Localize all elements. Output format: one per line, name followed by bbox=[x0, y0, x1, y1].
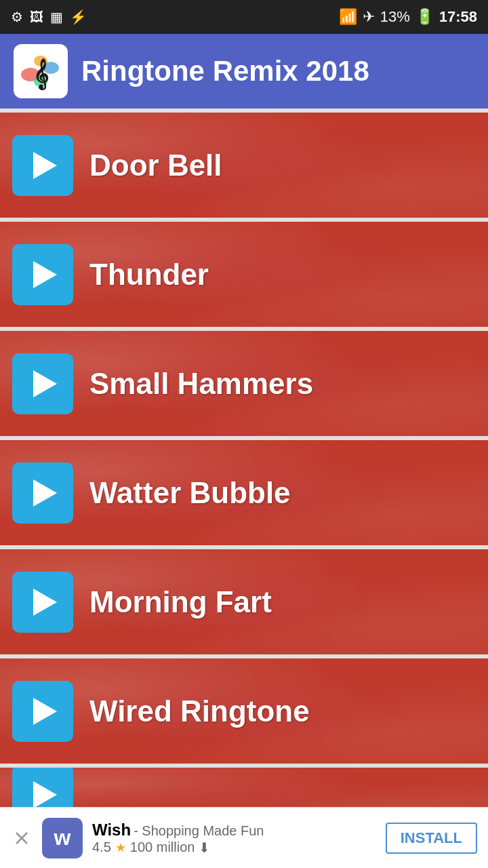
svg-text:𝄞: 𝄞 bbox=[33, 58, 49, 91]
bars-icon: ▦ bbox=[50, 9, 63, 25]
ad-tagline: - Shopping Made Fun bbox=[134, 823, 264, 839]
status-time: 17:58 bbox=[439, 8, 477, 26]
ringtone-item-6[interactable]: Wired Ringtone bbox=[0, 658, 488, 764]
ringtone-item-5[interactable]: Morning Fart bbox=[0, 549, 488, 654]
ad-stars-icon: ★ bbox=[115, 840, 126, 855]
ringtone-name-5: Morning Fart bbox=[89, 585, 272, 619]
ringtone-name-1: Door Bell bbox=[89, 149, 222, 182]
ringtone-list: Door Bell Thunder Small Hammers Watter B… bbox=[0, 108, 488, 826]
airplane-icon: ✈ bbox=[363, 8, 375, 26]
app-header: 𝄞 Ringtone Remix 2018 bbox=[0, 34, 488, 108]
battery-percent: 13% bbox=[380, 8, 410, 26]
ad-app-name: Wish bbox=[92, 821, 131, 840]
ringtone-name-4: Watter Bubble bbox=[89, 476, 291, 510]
ringtone-item-4[interactable]: Watter Bubble bbox=[0, 440, 488, 545]
ad-rating: 4.5 bbox=[92, 840, 111, 855]
status-bar: ⚙ 🖼 ▦ ⚡ 📶 ✈ 13% 🔋 17:58 bbox=[0, 0, 488, 34]
close-icon bbox=[14, 830, 30, 846]
app-title: Ringtone Remix 2018 bbox=[81, 55, 369, 87]
status-left-icons: ⚙ 🖼 ▦ ⚡ bbox=[11, 9, 87, 25]
settings-icon: ⚙ bbox=[11, 9, 23, 25]
play-button-4[interactable] bbox=[12, 462, 73, 524]
ad-app-logo: w bbox=[42, 818, 83, 859]
battery-icon: 🔋 bbox=[415, 8, 434, 26]
ad-install-button[interactable]: INSTALL bbox=[386, 823, 477, 854]
ad-download-icon: ⬇ bbox=[199, 840, 210, 856]
play-button-1[interactable] bbox=[12, 135, 73, 196]
play-button-2[interactable] bbox=[12, 244, 73, 305]
image-icon: 🖼 bbox=[30, 9, 43, 25]
app-logo-svg: 𝄞 bbox=[17, 47, 64, 95]
play-button-6[interactable] bbox=[12, 681, 73, 742]
play-button-5[interactable] bbox=[12, 572, 73, 633]
ad-logo-letter: w bbox=[54, 825, 71, 850]
ringtone-name-6: Wired Ringtone bbox=[89, 694, 310, 728]
ad-stats: 4.5 ★ 100 million ⬇ bbox=[92, 840, 376, 856]
ringtone-name-3: Small Hammers bbox=[89, 367, 313, 401]
wifi-icon: 📶 bbox=[339, 8, 357, 26]
play-button-3[interactable] bbox=[12, 353, 73, 414]
status-right-icons: 📶 ✈ 13% 🔋 17:58 bbox=[339, 8, 477, 26]
ad-text-block: Wish - Shopping Made Fun 4.5 ★ 100 milli… bbox=[92, 821, 376, 856]
ad-banner: w Wish - Shopping Made Fun 4.5 ★ 100 mil… bbox=[0, 807, 488, 868]
ringtone-item-2[interactable]: Thunder bbox=[0, 222, 488, 327]
ad-downloads: 100 million bbox=[130, 840, 195, 855]
usb-icon: ⚡ bbox=[70, 9, 87, 25]
ringtone-item-1[interactable]: Door Bell bbox=[0, 113, 488, 218]
ad-close-button[interactable] bbox=[11, 827, 33, 849]
ringtone-item-3[interactable]: Small Hammers bbox=[0, 331, 488, 436]
ringtone-name-2: Thunder bbox=[89, 258, 209, 292]
app-logo: 𝄞 bbox=[14, 44, 68, 98]
